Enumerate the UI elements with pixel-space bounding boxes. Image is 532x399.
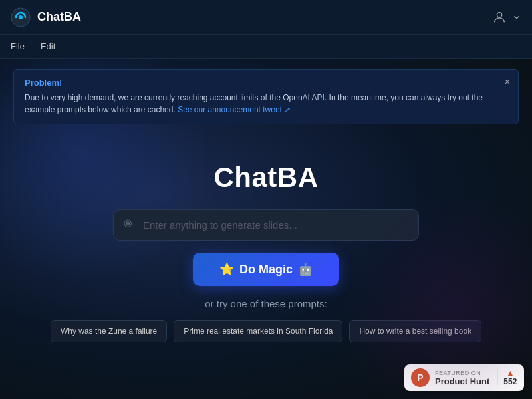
ph-upvote-icon: ▲ [506,369,514,377]
prompt-chip-1[interactable]: Prime real estate markets in South Flori… [174,320,342,342]
user-menu-button[interactable] [492,10,507,25]
prompts-row: Why was the Zune a failure Prime real es… [37,320,495,342]
magic-star-icon: ⭐ [219,262,234,277]
main-content: Problem! Due to very high demand, we are… [0,59,532,399]
search-input[interactable] [113,209,419,241]
titlebar-right [492,10,521,25]
svg-point-2 [497,12,501,17]
search-wrapper [113,209,419,241]
ph-text-block: FEATURED ON Product Hunt [435,370,489,386]
alert-title: Problem! [25,78,491,88]
alert-close-button[interactable]: × [505,76,510,87]
hero-title: ChatBA [214,162,319,194]
titlebar: ChatBA [0,0,532,35]
product-hunt-logo: P [411,368,430,387]
menu-item-file[interactable]: File [11,39,25,54]
user-icon [492,10,507,25]
app-logo [11,7,31,27]
center-section: ChatBA ⭐ Do Magic 🤖 or try one of these … [0,135,532,342]
product-hunt-logo-letter: P [417,372,423,383]
window-chevron-button[interactable] [512,13,521,22]
chevron-down-icon [512,13,521,22]
magic-button[interactable]: ⭐ Do Magic 🤖 [193,253,339,286]
magic-button-label: Do Magic [239,263,293,277]
prompt-chip-2[interactable]: How to write a best selling book [349,320,481,342]
prompt-chip-0[interactable]: Why was the Zune a failure [51,320,167,342]
magic-emoji-icon: 🤖 [298,262,313,277]
app-title: ChatBA [37,10,81,24]
ph-count: 552 [503,377,517,386]
svg-point-1 [19,15,23,19]
menu-item-edit[interactable]: Edit [41,39,55,54]
menubar: File Edit [0,35,532,59]
search-icon [122,218,134,233]
ph-featured-label: FEATURED ON [435,370,489,376]
product-hunt-badge[interactable]: P FEATURED ON Product Hunt ▲ 552 [404,364,524,391]
titlebar-left: ChatBA [11,7,81,27]
alert-link[interactable]: See our announcement tweet ↗ [178,105,291,114]
alert-banner: Problem! Due to very high demand, we are… [13,69,519,124]
alert-body: Due to very high demand, we are currentl… [25,92,491,116]
ph-count-block: ▲ 552 [497,369,517,386]
ph-name: Product Hunt [435,376,489,386]
or-text: or try one of these prompts: [205,298,327,309]
